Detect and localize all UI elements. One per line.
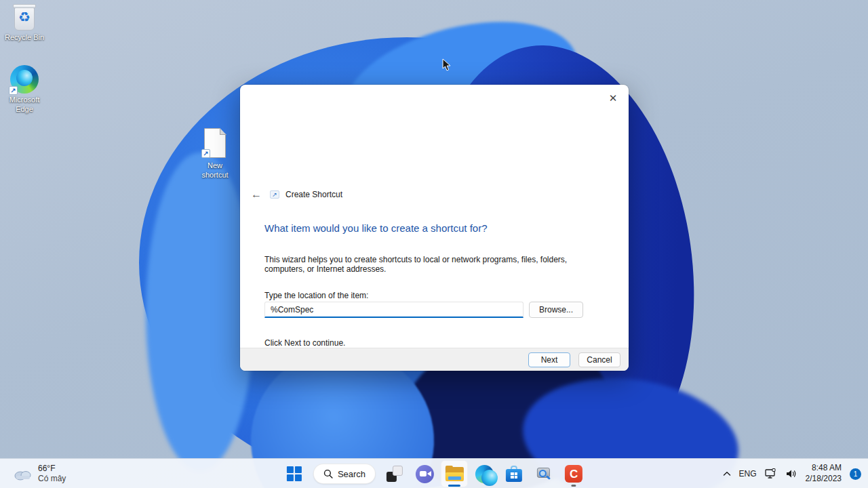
task-view-button[interactable] (381, 460, 408, 487)
volume-icon[interactable] (786, 469, 797, 479)
wallpaper-bloom-left-rim (146, 152, 254, 471)
search-label: Search (338, 469, 366, 479)
desktop-icon-label: Microsoft Edge (3, 96, 46, 115)
taskbar: 66°F Có mây Search (0, 458, 868, 488)
tray-chevron-icon[interactable] (723, 471, 731, 476)
microsoft-store-icon (506, 466, 522, 482)
chat-button[interactable] (411, 460, 438, 487)
search-box[interactable]: Search (313, 464, 376, 484)
file-explorer-icon (446, 467, 464, 481)
system-tool-button[interactable] (530, 460, 557, 487)
file-explorer-button[interactable] (441, 460, 468, 487)
blank-file-icon: ↗ (203, 128, 227, 159)
windows-logo-icon (287, 466, 302, 481)
shortcut-app-icon: ↗ (270, 190, 279, 199)
search-icon (323, 469, 333, 479)
desktop-icon-label: Recycle Bin (5, 33, 44, 43)
weather-widget[interactable]: 66°F Có mây (8, 459, 71, 488)
location-label: Type the location of the item: (264, 291, 368, 300)
notification-badge[interactable]: 1 (850, 468, 861, 480)
start-button[interactable] (281, 460, 308, 487)
mouse-cursor (442, 58, 453, 75)
camtasia-button[interactable]: C (560, 460, 587, 487)
dialog-footer: Next Cancel (240, 348, 629, 371)
browse-button[interactable]: Browse... (529, 302, 583, 318)
store-button[interactable] (500, 460, 528, 487)
recycle-bin-shortcut[interactable]: ♻ Recycle Bin (3, 4, 46, 43)
dialog-description: This wizard helps you to create shortcut… (264, 255, 605, 274)
active-app-indicator (448, 485, 460, 487)
camtasia-icon: C (565, 465, 583, 483)
task-view-icon (387, 466, 403, 482)
cloud-icon (14, 468, 33, 481)
edge-icon: ↗ (10, 65, 39, 94)
language-indicator[interactable]: ENG (739, 469, 757, 479)
back-arrow-icon[interactable]: ← (249, 188, 264, 201)
cancel-button[interactable]: Cancel (578, 352, 620, 367)
new-shortcut-file[interactable]: ↗ New shortcut (193, 128, 237, 180)
desktop-icon-label: New shortcut (193, 161, 237, 180)
weather-condition: Có mây (38, 474, 66, 484)
tray-date: 2/18/2023 (806, 474, 842, 485)
create-shortcut-dialog: ✕ ← ↗ Create Shortcut What item would yo… (240, 85, 629, 371)
tray-time: 8:48 AM (806, 463, 842, 474)
shortcut-arrow-badge: ↗ (9, 86, 18, 95)
next-button[interactable]: Next (528, 352, 570, 367)
close-icon[interactable]: ✕ (602, 88, 624, 108)
edge-shortcut[interactable]: ↗ Microsoft Edge (3, 65, 46, 115)
edge-taskbar-button[interactable] (471, 460, 498, 487)
next-hint-text: Click Next to continue. (264, 338, 345, 348)
network-icon[interactable] (765, 468, 778, 479)
edge-icon (475, 465, 494, 483)
shortcut-arrow-badge: ↗ (201, 149, 210, 158)
chat-icon (416, 465, 434, 483)
dialog-heading: What item would you like to create a sho… (264, 222, 487, 234)
clock[interactable]: 8:48 AM 2/18/2023 (806, 463, 842, 484)
location-input[interactable] (264, 302, 524, 318)
weather-temp: 66°F (38, 464, 66, 474)
magnifier-tool-icon (536, 466, 552, 482)
recycle-bin-icon: ♻ (12, 4, 37, 31)
running-app-indicator (572, 485, 576, 487)
dialog-title: Create Shortcut (285, 190, 342, 199)
